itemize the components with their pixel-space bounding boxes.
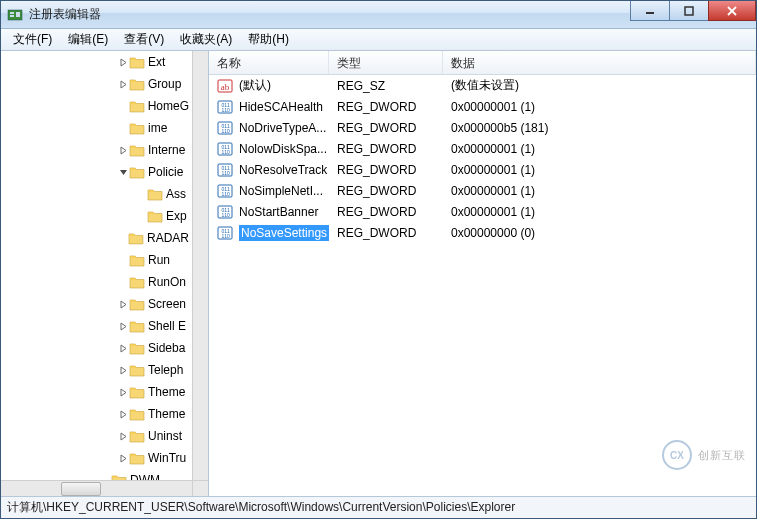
menu-file[interactable]: 文件(F) [5,29,60,50]
value-type: REG_DWORD [329,163,443,177]
list-pane: 名称 类型 数据 ab(默认)REG_SZ(数值未设置)011110HideSC… [209,51,756,496]
menu-view[interactable]: 查看(V) [116,29,172,50]
tree-item-label: Exp [163,205,190,227]
column-header-data[interactable]: 数据 [443,51,756,74]
tree-item-label: RunOn [145,271,189,293]
folder-icon [129,55,145,69]
list-header: 名称 类型 数据 [209,51,756,75]
tree-item[interactable]: Interne [3,139,192,161]
folder-icon [129,77,145,91]
list-body[interactable]: ab(默认)REG_SZ(数值未设置)011110HideSCAHealthRE… [209,75,756,496]
registry-value-row[interactable]: 011110NoDriveTypeA...REG_DWORD0x000000b5… [209,117,756,138]
expander-closed-icon[interactable] [117,298,129,310]
tree-item[interactable]: Run [3,249,192,271]
tree-item-label: ime [145,117,170,139]
tree-item[interactable]: Ass [3,183,192,205]
registry-value-row[interactable]: 011110NoStartBannerREG_DWORD0x00000001 (… [209,201,756,222]
app-icon [7,7,23,23]
tree-item[interactable]: Teleph [3,359,192,381]
folder-icon [129,253,145,267]
registry-value-row[interactable]: 011110NolowDiskSpa...REG_DWORD0x00000001… [209,138,756,159]
folder-icon [147,209,163,223]
svg-text:110: 110 [222,128,231,134]
value-data: 0x00000000 (0) [443,226,756,240]
tree-item[interactable]: Group [3,73,192,95]
svg-text:110: 110 [222,107,231,113]
tree-item[interactable]: WinTru [3,447,192,469]
expander-closed-icon[interactable] [117,342,129,354]
value-data: 0x000000b5 (181) [443,121,756,135]
tree-item[interactable]: Screen [3,293,192,315]
menu-favorites[interactable]: 收藏夹(A) [172,29,240,50]
menu-edit[interactable]: 编辑(E) [60,29,116,50]
statusbar: 计算机\HKEY_CURRENT_USER\Software\Microsoft… [1,496,756,518]
tree-item[interactable]: Theme [3,381,192,403]
expander-closed-icon[interactable] [117,408,129,420]
tree-item-label: Uninst [145,425,185,447]
tree-item[interactable]: Exp [3,205,192,227]
tree-item-label: Run [145,249,173,271]
tree-item-label: HomeG [145,95,192,117]
tree-item-label: Policie [145,161,186,183]
minimize-button[interactable] [630,1,670,21]
tree-item[interactable]: Policie [3,161,192,183]
folder-icon [129,297,145,311]
tree-item[interactable]: Shell E [3,315,192,337]
folder-icon [129,407,145,421]
tree-item[interactable]: Sideba [3,337,192,359]
value-data: 0x00000001 (1) [443,100,756,114]
tree-item[interactable]: Uninst [3,425,192,447]
tree-item[interactable]: ime [3,117,192,139]
titlebar[interactable]: 注册表编辑器 [1,1,756,29]
tree-view[interactable]: ExtGroupHomeGimeInternePolicieAssExpRADA… [1,51,192,480]
tree-item[interactable]: RADAR [3,227,192,249]
expander-closed-icon[interactable] [117,56,129,68]
expander-closed-icon[interactable] [117,78,129,90]
menu-help[interactable]: 帮助(H) [240,29,297,50]
expander-closed-icon[interactable] [117,430,129,442]
value-type: REG_SZ [329,79,443,93]
folder-icon [128,231,144,245]
tree-item[interactable]: Theme [3,403,192,425]
tree-item-label: RADAR [144,227,192,249]
expander-closed-icon[interactable] [117,320,129,332]
registry-editor-window: 注册表编辑器 文件(F) 编辑(E) 查看(V) 收藏夹(A) 帮助(H) Ex… [0,0,757,519]
column-header-name[interactable]: 名称 [209,51,329,74]
value-type: REG_DWORD [329,205,443,219]
expander-closed-icon[interactable] [117,144,129,156]
column-header-type[interactable]: 类型 [329,51,443,74]
folder-icon [129,165,145,179]
registry-value-row[interactable]: 011110NoResolveTrackREG_DWORD0x00000001 … [209,159,756,180]
expander-closed-icon[interactable] [117,364,129,376]
dword-value-icon: 011110 [217,120,233,136]
scrollbar-thumb[interactable] [61,482,101,496]
registry-value-row[interactable]: 011110NoSimpleNetI...REG_DWORD0x00000001… [209,180,756,201]
value-name: NolowDiskSpa... [239,142,327,156]
expander-closed-icon[interactable] [117,386,129,398]
registry-value-row[interactable]: ab(默认)REG_SZ(数值未设置) [209,75,756,96]
registry-value-row[interactable]: 011110NoSaveSettingsREG_DWORD0x00000000 … [209,222,756,243]
expander-none [116,232,128,244]
expander-closed-icon[interactable] [117,452,129,464]
folder-icon [129,451,145,465]
folder-icon [129,143,145,157]
expander-open-icon[interactable] [117,166,129,178]
value-type: REG_DWORD [329,184,443,198]
tree-vertical-scrollbar[interactable] [192,51,208,480]
registry-value-row[interactable]: 011110HideSCAHealthREG_DWORD0x00000001 (… [209,96,756,117]
tree-item[interactable]: DWM [3,469,192,480]
tree-item-label: Ass [163,183,189,205]
expander-none [117,100,129,112]
tree-item[interactable]: RunOn [3,271,192,293]
maximize-button[interactable] [669,1,709,21]
tree-item-label: DWM [127,469,163,480]
close-button[interactable] [708,1,756,21]
folder-icon [129,341,145,355]
tree-item[interactable]: HomeG [3,95,192,117]
folder-icon [129,121,145,135]
tree-item[interactable]: Ext [3,51,192,73]
status-path: 计算机\HKEY_CURRENT_USER\Software\Microsoft… [7,499,515,516]
tree-horizontal-scrollbar[interactable] [1,480,192,496]
folder-icon [129,319,145,333]
tree-pane: ExtGroupHomeGimeInternePolicieAssExpRADA… [1,51,209,496]
